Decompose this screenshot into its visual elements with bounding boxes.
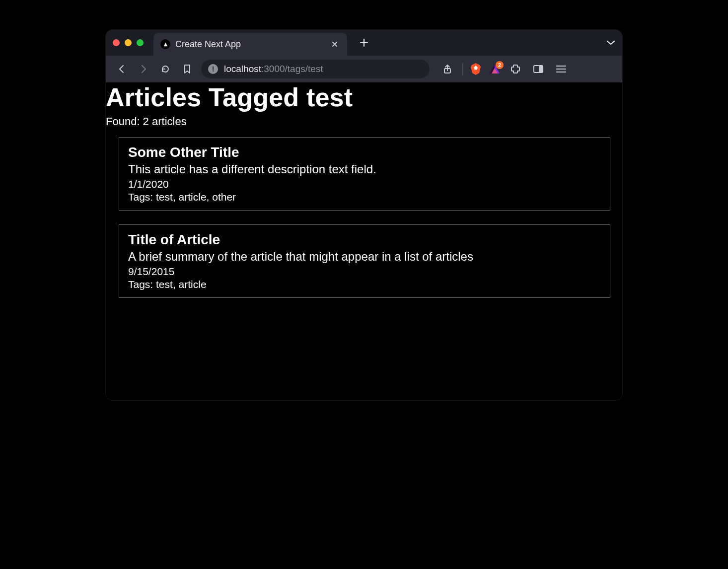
sidebar-toggle-button[interactable] [530,61,546,77]
back-button[interactable] [114,61,130,77]
article-date: 1/1/2020 [128,178,601,190]
page-title: Articles Tagged test [106,82,622,112]
article-description: A brief summary of the article that migh… [128,250,601,264]
article-title: Title of Article [128,232,601,248]
address-bar[interactable]: ! localhost:3000/tags/test [201,60,430,78]
toolbar-right: 2 [439,61,569,77]
article-date: 9/15/2015 [128,266,601,278]
tab-overflow-button[interactable] [606,40,615,46]
tags-label: Tags: [128,279,156,290]
article-list: Some Other Title This article has a diff… [106,128,622,298]
site-info-icon[interactable]: ! [208,64,218,74]
window-minimize-button[interactable] [125,39,132,46]
reload-button[interactable] [157,61,173,77]
new-tab-button[interactable] [357,36,371,50]
article-tags-value: test, article [156,279,207,290]
forward-button[interactable] [136,61,151,77]
svg-rect-6 [539,66,543,72]
window-close-button[interactable] [113,39,120,46]
tab-close-button[interactable] [329,39,340,50]
article-card[interactable]: Some Other Title This article has a diff… [119,137,610,211]
window-controls [113,39,144,46]
tab-title: Create Next App [175,39,241,50]
extension-triangle-icon[interactable]: 2 [489,63,501,75]
url-text: localhost:3000/tags/test [224,64,323,74]
article-card[interactable]: Title of Article A brief summary of the … [119,224,610,298]
toolbar-separator [462,63,463,75]
menu-button[interactable] [553,61,569,77]
share-button[interactable] [439,61,455,77]
tab-strip: Create Next App [106,30,622,56]
article-title: Some Other Title [128,144,601,160]
window-maximize-button[interactable] [137,39,144,46]
url-host: localhost [224,64,261,74]
article-tags: Tags: test, article, other [128,191,601,203]
browser-window: Create Next App ! localhost:3000/ [106,30,622,400]
bookmark-button[interactable] [179,61,195,77]
article-description: This article has a different description… [128,162,601,176]
browser-tab[interactable]: Create Next App [153,33,347,56]
extension-badge: 2 [496,61,504,69]
svg-marker-0 [163,42,167,46]
url-path: :3000/tags/test [261,64,323,74]
page-found-count: Found: 2 articles [106,115,622,128]
article-tags: Tags: test, article [128,279,601,290]
article-tags-value: test, article, other [156,191,236,203]
page-viewport: Articles Tagged test Found: 2 articles S… [106,82,622,400]
brave-shields-icon[interactable] [470,63,482,75]
tags-label: Tags: [128,191,156,203]
extensions-button[interactable] [508,61,523,77]
browser-toolbar: ! localhost:3000/tags/test 2 [106,56,622,82]
nextjs-favicon-icon [160,39,170,49]
